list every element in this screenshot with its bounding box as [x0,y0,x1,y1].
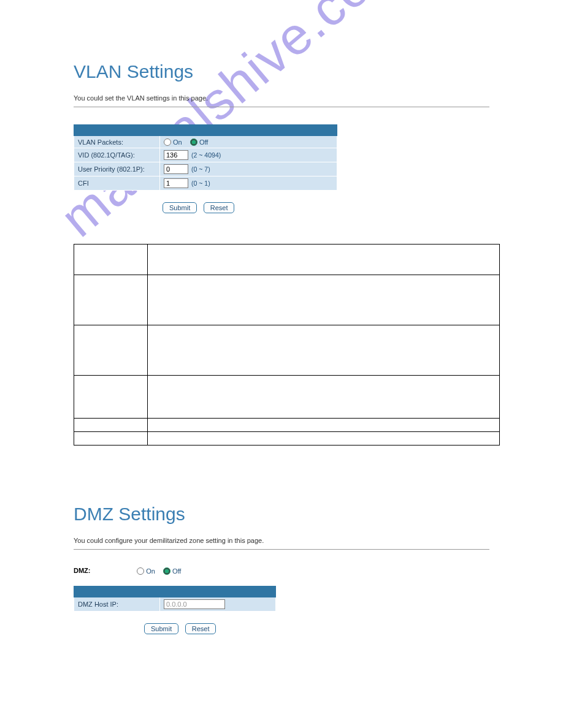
vlan-settings-table: VLAN Packets: On Off VID (802.1Q/TAG): (… [74,124,337,191]
vlan-packets-label: VLAN Packets: [74,136,160,148]
cfi-range: (0 ~ 1) [191,180,210,187]
on-label: On [173,138,182,146]
dmz-off-radio[interactable] [163,567,170,575]
dmz-hostip-label: DMZ Host IP: [74,597,160,612]
divider [74,549,489,550]
vid-input[interactable] [164,150,188,160]
dmz-reset-button[interactable]: Reset [185,623,216,634]
off-label: Off [199,138,208,146]
on-label: On [146,567,155,575]
table-row: DMZ Host IP: [74,597,276,612]
empty-grid-table [74,244,500,446]
vlan-submit-button[interactable]: Submit [163,202,197,213]
dmz-host-table: DMZ Host IP: [74,586,276,612]
dmz-hostip-input[interactable] [164,599,225,609]
table-row: CFI (0 ~ 1) [74,176,337,191]
priority-range: (0 ~ 7) [191,165,210,173]
dmz-label: DMZ: [74,567,135,574]
vlan-packets-on-radio[interactable] [164,138,171,146]
vid-label: VID (802.1Q/TAG): [74,148,160,162]
divider [74,107,489,107]
dmz-on-radio[interactable] [137,567,144,575]
vlan-desc: You could set the VLAN settings in this … [74,94,489,102]
dmz-desc: You could configure your demilitarized z… [74,537,489,544]
cfi-input[interactable] [164,178,188,188]
vlan-reset-button[interactable]: Reset [204,202,235,213]
dmz-submit-button[interactable]: Submit [144,623,178,634]
off-label: Off [172,567,181,575]
cfi-label: CFI [74,176,160,191]
priority-input[interactable] [164,164,188,174]
table-header [74,586,276,597]
vlan-packets-off-radio[interactable] [190,138,197,146]
table-row: User Priority (802.1P): (0 ~ 7) [74,162,337,176]
table-row: VID (802.1Q/TAG): (2 ~ 4094) [74,148,337,162]
priority-label: User Priority (802.1P): [74,162,160,176]
dmz-title: DMZ Settings [74,504,489,525]
vid-range: (2 ~ 4094) [191,151,221,159]
vlan-title: VLAN Settings [74,61,489,82]
table-row: VLAN Packets: On Off [74,136,337,148]
table-header [74,125,337,136]
